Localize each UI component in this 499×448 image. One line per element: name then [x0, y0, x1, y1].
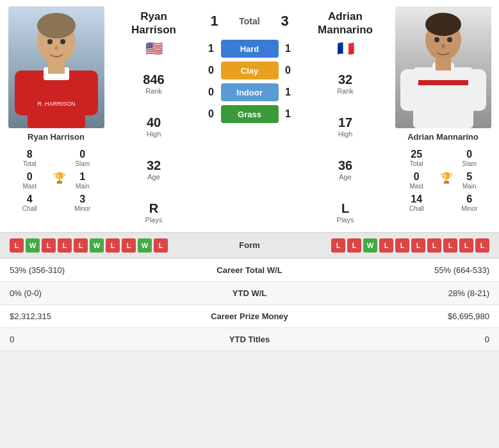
hard-row: 1 Hard 1 [199, 40, 300, 58]
right-form-badge-l9: L [475, 238, 489, 253]
left-form-badges: L W L L L W L L W L [10, 238, 168, 253]
left-flag: 🇺🇸 [145, 40, 163, 57]
right-form-badge-l2: L [347, 238, 361, 253]
svg-rect-21 [436, 56, 451, 71]
svg-text:R. HARRISON: R. HARRISON [37, 101, 75, 107]
stat-row-career: 53% (356-310) Career Total W/L 55% (664-… [0, 259, 499, 282]
form-label: Form [168, 240, 331, 250]
left-rank-stat: 846 Rank [143, 72, 164, 95]
right-form-badge-l3: L [379, 238, 393, 253]
right-form-badge-l5: L [411, 238, 425, 253]
svg-rect-16 [413, 67, 473, 128]
form-badge-l7: L [154, 238, 168, 253]
total-row: 1 Total 3 [199, 13, 300, 29]
left-career-wl: 53% (356-310) [0, 259, 165, 282]
svg-point-12 [54, 46, 58, 51]
right-form-badge-w1: W [363, 238, 377, 253]
indoor-row: 0 Indoor 1 [199, 83, 300, 101]
left-ytd-wl: 0% (0-0) [0, 281, 165, 304]
right-plays-stat: L Plays [337, 201, 354, 224]
grass-button[interactable]: Grass [221, 105, 279, 123]
left-player-header-name: Ryan Harrison [131, 10, 176, 37]
surface-rows: 1 Hard 1 0 Clay 0 0 Indoor 1 0 Grass [199, 36, 300, 127]
left-slam-stat: 0 Slam [60, 148, 106, 168]
ytd-titles-label: YTD Titles [165, 328, 334, 351]
right-mast-stat: 0 Mast [393, 170, 440, 190]
form-badge-w1: W [26, 238, 40, 253]
right-chall-stat: 14 Chall [393, 193, 440, 213]
left-chall-stat: 4 Chall [6, 193, 53, 213]
ytd-wl-label: YTD W/L [165, 281, 334, 304]
right-player-name-below: Adrian Mannarino [407, 132, 479, 143]
right-form-badge-l6: L [427, 238, 441, 253]
hard-button[interactable]: Hard [221, 40, 279, 58]
form-badge-l1: L [10, 238, 24, 253]
right-high-stat: 17 High [338, 115, 353, 138]
stat-row-ytd-wl: 0% (0-0) YTD W/L 28% (8-21) [0, 281, 499, 304]
match-center: 1 Total 3 1 Hard 1 0 Clay 0 0 Indoor [195, 0, 304, 232]
prize-label: Career Prize Money [165, 304, 334, 328]
right-ytd-wl: 28% (8-21) [334, 281, 499, 304]
right-player-header-name: Adrian Mannarino [318, 10, 373, 37]
left-high-stat: 40 High [147, 115, 161, 138]
clay-row: 0 Clay 0 [199, 62, 300, 79]
right-minor-stat: 6 Minor [446, 193, 493, 213]
right-career-wl: 55% (664-533) [334, 259, 499, 282]
form-section: L W L L L W L L W L Form L L W L L L L L… [0, 233, 499, 258]
form-badge-l2: L [42, 238, 56, 253]
right-form-badge-l4: L [395, 238, 409, 253]
right-form-badge-l8: L [459, 238, 473, 253]
svg-point-11 [60, 39, 65, 44]
left-trophy-icon: 🏆 [53, 172, 66, 184]
left-mast-stat: 0 Mast [6, 170, 53, 190]
indoor-button[interactable]: Indoor [221, 83, 279, 101]
right-total-stat: 25 Total [393, 148, 440, 168]
right-flag: 🇫🇷 [337, 40, 354, 57]
right-player-photo [395, 6, 491, 128]
form-badge-w2: W [90, 238, 104, 253]
right-form-badges: L L W L L L L L L L [331, 238, 489, 253]
stat-row-prize: $2,312,315 Career Prize Money $6,695,980 [0, 304, 499, 328]
form-badge-l4: L [74, 238, 88, 253]
left-player-name-below: Ryan Harrison [28, 132, 85, 143]
stat-row-ytd-titles: 0 YTD Titles 0 [0, 328, 499, 351]
right-slam-stat: 0 Slam [446, 148, 493, 168]
right-age-stat: 36 Age [338, 158, 352, 181]
career-wl-label: Career Total W/L [165, 259, 334, 282]
left-player-photo: R. HARRISON [8, 6, 104, 128]
svg-point-15 [425, 13, 461, 36]
svg-point-23 [447, 37, 452, 42]
svg-rect-9 [48, 61, 65, 74]
svg-point-22 [434, 37, 439, 42]
right-prize: $6,695,980 [334, 304, 499, 328]
right-trophy-icon: 🏆 [440, 172, 453, 184]
right-rank-stat: 32 Rank [337, 72, 354, 95]
form-badge-l5: L [106, 238, 120, 253]
right-form-badge-l7: L [443, 238, 457, 253]
form-badge-l3: L [58, 238, 72, 253]
svg-point-24 [441, 44, 445, 49]
grass-row: 0 Grass 1 [199, 105, 300, 123]
right-form-badge-l1: L [331, 238, 345, 253]
svg-rect-7 [79, 71, 98, 115]
form-badge-l6: L [122, 238, 136, 253]
clay-button[interactable]: Clay [221, 62, 279, 79]
form-badge-w3: W [138, 238, 152, 253]
left-minor-stat: 3 Minor [60, 193, 106, 213]
svg-rect-20 [468, 69, 486, 111]
left-age-stat: 32 Age [147, 158, 161, 181]
svg-rect-19 [400, 69, 418, 111]
left-prize: $2,312,315 [0, 304, 165, 328]
left-total-stat: 8 Total [6, 148, 53, 168]
players-section: R. HARRISON Ryan Harrison 8 Total [0, 0, 499, 232]
left-ytd-titles: 0 [0, 328, 165, 351]
stats-table: 53% (356-310) Career Total W/L 55% (664-… [0, 259, 499, 351]
main-container: R. HARRISON Ryan Harrison 8 Total [0, 0, 499, 351]
svg-rect-17 [413, 80, 473, 85]
svg-rect-6 [15, 71, 34, 115]
right-ytd-titles: 0 [334, 328, 499, 351]
svg-point-3 [37, 13, 76, 38]
svg-point-10 [47, 39, 53, 44]
left-plays-stat: R Plays [145, 201, 163, 224]
